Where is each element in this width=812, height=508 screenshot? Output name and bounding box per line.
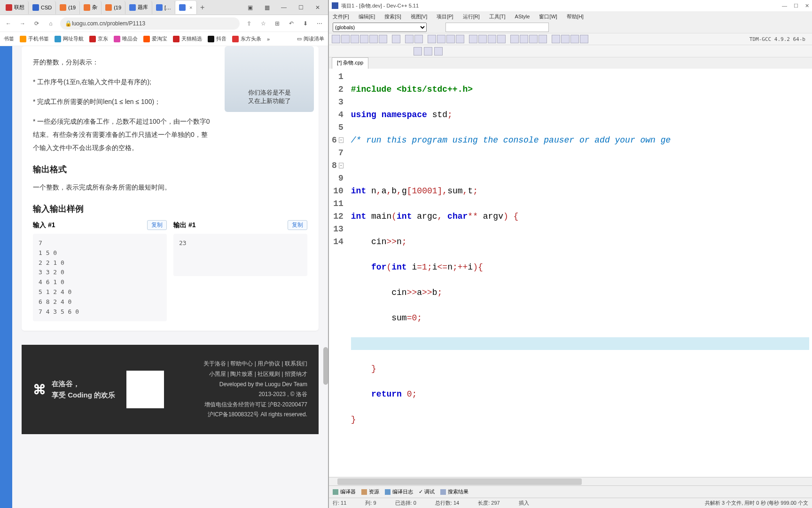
menu-item[interactable]: 搜索[S] [384,13,401,20]
print-icon[interactable] [392,35,400,43]
menu-item[interactable]: 编辑[E] [359,13,375,20]
resources-tab[interactable]: 资源 [361,488,379,495]
debug-icon[interactable] [552,35,560,43]
menu-item[interactable]: 项目[P] [437,13,453,20]
bookmark[interactable]: 网址导航 [55,35,84,42]
download-icon[interactable]: ⬇ [301,20,310,27]
close-icon[interactable]: ✕ [313,4,322,11]
goto-icon[interactable] [456,35,464,43]
close-all-icon[interactable] [379,35,387,43]
bookmark[interactable]: 唯品会 [114,35,138,42]
menu-item[interactable]: 文件[F] [333,13,349,20]
bookmark[interactable]: 抖音 [208,35,226,42]
scrollbar-thumb[interactable] [323,347,328,385]
menu-item[interactable]: 运行[R] [463,13,480,20]
bookmark[interactable]: 天猫精选 [173,35,202,42]
file-tab[interactable]: [*] 杂物.cpp [332,57,368,69]
save-icon[interactable] [351,35,359,43]
copy-button[interactable]: 复制 [288,220,307,230]
goto-bookmark-icon[interactable] [497,35,506,43]
bookmark[interactable]: 爱淘宝 [143,35,167,42]
redo-icon[interactable] [414,35,423,43]
tab[interactable]: (19 [102,1,125,14]
find-next-icon[interactable] [446,35,455,43]
close-icon[interactable]: ✕ [805,3,809,9]
undo-icon[interactable]: ↶ [287,20,296,27]
home-icon[interactable]: ⌂ [46,20,55,27]
footer-links[interactable]: 关于洛谷 | 帮助中心 | 用户协议 | 联系我们 [203,359,307,369]
rebuild-icon[interactable] [539,35,547,43]
find-icon[interactable] [428,35,436,43]
menu-item[interactable]: AStyle [515,14,530,19]
tab[interactable]: 联想 [2,1,29,14]
ext-icon[interactable]: ⊞ [273,20,282,27]
tab[interactable]: (19 [56,1,80,14]
bookmark[interactable]: 书签 [4,35,14,42]
luogu-sidebar[interactable] [0,46,12,508]
tab[interactable]: 杂 [80,1,102,14]
horizontal-scrollbar[interactable] [329,477,812,485]
window-tile-icon[interactable]: ▣ [245,4,255,11]
footer-text: 增值电信业务经营许可证 沪B2-20200477 [203,400,307,410]
profile-icon[interactable] [570,35,579,43]
tab[interactable]: CSD [29,1,56,14]
back-icon[interactable] [469,35,477,43]
close-icon[interactable] [369,35,378,43]
tab-active[interactable]: × [175,1,196,14]
compiler-tab[interactable]: 编译器 [333,488,356,495]
reload-icon[interactable]: ⟳ [32,20,41,27]
menu-item[interactable]: 视图[V] [411,13,427,20]
stop-icon[interactable] [561,35,570,43]
new-file-icon[interactable] [332,35,340,43]
replace-icon[interactable] [437,35,445,43]
toggle-icon[interactable] [424,47,432,56]
globals-select[interactable]: (globals) [333,23,427,32]
star-icon[interactable]: ☆ [258,20,268,27]
compile-icon[interactable] [510,35,519,43]
sample-input: 7 1 5 0 2 2 1 0 3 3 2 0 4 6 1 0 5 1 2 4 … [33,234,167,321]
menu-item[interactable]: 帮助[H] [567,13,584,20]
bookmark[interactable]: 手机书签 [20,35,49,42]
bookmark-icon[interactable] [488,35,496,43]
copy-button[interactable]: 复制 [147,220,167,230]
footer-links[interactable]: 小黑屋 | 陶片放逐 | 社区规则 | 招贤纳才 [203,369,307,380]
compile-run-icon[interactable] [529,35,538,43]
debug-tab[interactable]: ✓ 调试 [419,488,435,495]
maximize-icon[interactable]: ☐ [794,3,798,9]
find-results-tab[interactable]: 搜索结果 [440,488,468,495]
tab[interactable]: [… [152,1,175,14]
run-icon[interactable] [520,35,528,43]
menu-item[interactable]: 窗口[W] [539,13,557,20]
menu-icon[interactable]: ⋯ [315,20,324,27]
maximize-icon[interactable]: ☐ [296,4,305,11]
minimize-icon[interactable]: — [782,3,787,9]
forward-icon[interactable]: → [18,20,27,27]
menu-item[interactable]: 工具[T] [489,13,506,20]
tab-label: (19 [68,5,76,10]
undo-icon[interactable] [405,35,414,43]
options-icon[interactable] [580,35,588,43]
url-input[interactable]: 🔒 luogu.com.cn/problem/P1113 [60,17,240,30]
code-content[interactable]: #include <bits/stdc++.h> using namespace… [348,69,812,477]
code-editor[interactable]: 1 2 3 4 5 6-7 8-9 10 11 12 13 14 #includ… [329,69,812,477]
goto-icon[interactable] [434,47,443,56]
minimize-icon[interactable]: — [279,4,289,11]
open-icon[interactable] [341,35,350,43]
bookmark[interactable]: 东方头条 [232,35,261,42]
back-icon[interactable]: ← [4,20,13,27]
reading-list[interactable]: ▭ 阅读清单 [297,35,324,42]
save-all-icon[interactable] [360,35,368,43]
insert-icon[interactable] [414,47,422,56]
bookmark-more[interactable]: » [267,36,270,42]
bookmark[interactable]: 京东 [89,35,108,42]
problem-page[interactable]: 开的整数，分别表示： * 工作序号(1至n,在输入文件中是有序的); * 完成工… [12,46,328,508]
forward-icon[interactable] [478,35,487,43]
window-grid-icon[interactable]: ▦ [262,4,272,11]
promo-image[interactable]: 你们洛谷是不是 又在上新功能了 [225,46,314,112]
tab[interactable]: 题库 [125,1,152,14]
compile-log-tab[interactable]: 编译日志 [385,488,413,495]
member-select[interactable] [445,23,549,32]
close-icon[interactable]: × [189,5,192,10]
share-icon[interactable]: ⇪ [244,20,254,27]
new-tab-button[interactable]: + [197,3,208,12]
